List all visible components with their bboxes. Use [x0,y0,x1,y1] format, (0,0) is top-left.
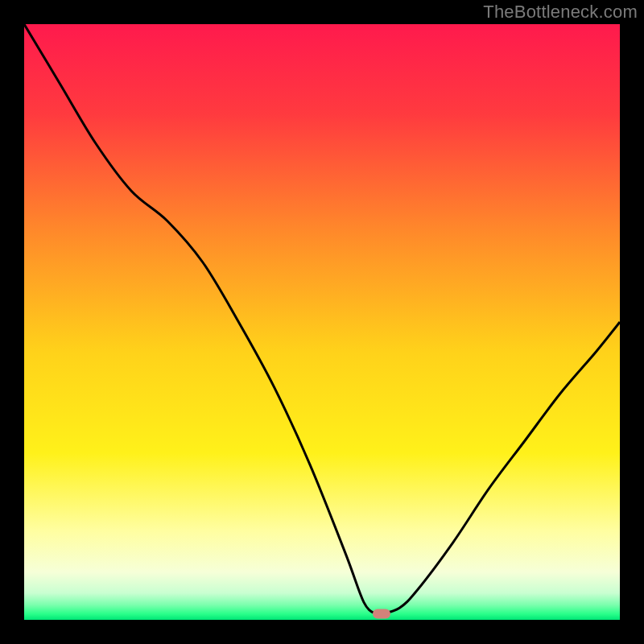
bottleneck-curve-path [24,24,620,615]
curve-layer [24,24,620,620]
watermark-text: TheBottleneck.com [483,2,638,23]
optimal-marker [373,609,390,619]
plot-area [24,24,620,620]
bottleneck-chart: TheBottleneck.com [0,0,644,644]
